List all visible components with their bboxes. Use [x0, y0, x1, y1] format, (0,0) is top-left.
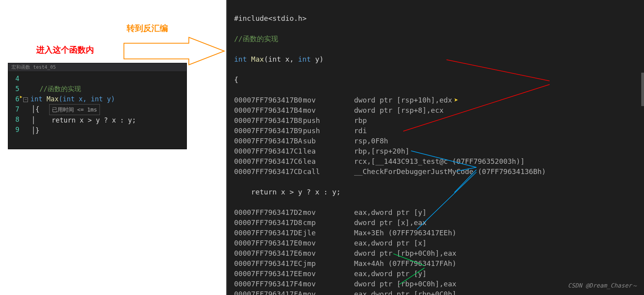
- arrow-to-disassembly: [122, 35, 228, 67]
- asm-addr: 00007FF7963417D2: [234, 207, 303, 218]
- asm-arg: Max+3Eh (07FF7963417EEh): [354, 228, 644, 238]
- asm-op: mov: [303, 248, 354, 258]
- asm-row[interactable]: 00007FF7963417C6learcx,[__1443C913_test@…: [234, 156, 644, 167]
- source-editor: 宏和函数 test4_05 ➤ 4 5 6 7 8 9 //函数的实现 −int…: [8, 63, 187, 149]
- asm-addr: 00007FF7963417E0: [234, 238, 303, 248]
- asm-addr: 00007FF7963417DE: [234, 228, 303, 238]
- line-number: 5: [15, 84, 19, 94]
- asm-addr: 00007FF7963417EC: [234, 258, 303, 269]
- asm-op: cmp: [303, 218, 354, 228]
- func-name: Max: [46, 95, 59, 103]
- asm-addr: 00007FF7963417EE: [234, 269, 303, 279]
- asm-row[interactable]: 00007FF7963417ECjmpMax+4Ah (07FF7963417F…: [234, 258, 644, 269]
- asm-row[interactable]: 00007FF7963417FAmoveax,dword ptr [rbp+0C…: [234, 289, 644, 295]
- include-line: #include<stdio.h>: [234, 14, 306, 22]
- asm-row[interactable]: 00007FF7963417E6movdword ptr [rbp+0C0h],…: [234, 248, 644, 258]
- asm-row[interactable]: 00007FF7963417EEmoveax,dword ptr [y]: [234, 269, 644, 279]
- asm-op: push: [303, 115, 354, 126]
- asm-op: mov: [303, 279, 354, 289]
- asm-arg: __CheckForDebuggerJustMyCode (07FF796341…: [354, 167, 644, 177]
- asm-arg: eax,dword ptr [x]: [354, 238, 644, 248]
- asm-op: lea: [303, 156, 354, 167]
- line-number: 4: [15, 73, 19, 84]
- asm-addr: 00007FF7963417C1: [234, 146, 303, 156]
- ret-pre: return: [234, 188, 281, 196]
- brace-close: }: [35, 126, 39, 134]
- asm-arg: dword ptr [x],eax: [354, 218, 644, 228]
- asm-addr: 00007FF7963417B0: [234, 95, 303, 105]
- line-gutter: 4 5 6 7 8 9: [8, 72, 23, 149]
- asm-addr: 00007FF7963417FA: [234, 289, 303, 295]
- func-sig: (int x, int y): [59, 95, 115, 103]
- asm-addr: 00007FF7963417B4: [234, 105, 303, 115]
- asm-row[interactable]: 00007FF7963417B4movdword ptr [rsp+8],ecx: [234, 105, 644, 115]
- asm-row[interactable]: 00007FF7963417B8pushrbp: [234, 115, 644, 126]
- asm-arg: dword ptr [rsp+8],ecx: [354, 105, 644, 115]
- kw: int: [234, 55, 251, 63]
- sig: x,: [285, 55, 298, 63]
- label-enter-function: 进入这个函数内: [36, 44, 94, 55]
- asm-op: lea: [303, 146, 354, 156]
- asm-addr: 00007FF7963417BA: [234, 136, 303, 146]
- comment-line: //函数的实现: [234, 35, 278, 43]
- comment: //函数的实现: [39, 85, 81, 93]
- asm-addr: 00007FF7963417CD: [234, 167, 303, 177]
- line-number: 9: [15, 125, 19, 135]
- disassembly-view[interactable]: #include<stdio.h> //函数的实现 int Max(int x,…: [227, 0, 644, 295]
- asm-op: mov: [303, 105, 354, 115]
- asm-arg: dword ptr [rsp+10h],edx: [354, 95, 644, 105]
- asm-addr: 00007FF7963417C6: [234, 156, 303, 167]
- asm-arg: rbp,[rsp+20h]: [354, 146, 644, 156]
- line-number: 7: [15, 104, 19, 114]
- asm-row[interactable]: 00007FF7963417B9pushrdi: [234, 126, 644, 136]
- asm-addr: 00007FF7963417F4: [234, 279, 303, 289]
- sig: int: [298, 55, 315, 63]
- asm-arg: eax,dword ptr [y]: [354, 207, 644, 218]
- line-number: 6: [15, 94, 19, 104]
- fn: Max: [251, 55, 264, 63]
- asm-op: jmp: [303, 258, 354, 269]
- asm-addr: 00007FF7963417D8: [234, 218, 303, 228]
- current-line-arrow-icon: ➤: [19, 94, 22, 100]
- asm-addr: 00007FF7963417B8: [234, 115, 303, 126]
- asm-arg: eax,dword ptr [y]: [354, 269, 644, 279]
- asm-op: mov: [303, 238, 354, 248]
- asm-op: push: [303, 126, 354, 136]
- keyword-int: int: [30, 95, 46, 103]
- asm-op: mov: [303, 95, 354, 105]
- asm-arg: rsp,0F8h: [354, 136, 644, 146]
- editor-tab[interactable]: 宏和函数 test4_05: [8, 63, 186, 72]
- asm-arg: Max+4Ah (07FF7963417FAh): [354, 258, 644, 269]
- asm-arg: dword ptr [rbp+0C0h],eax: [354, 248, 644, 258]
- asm-op: mov: [303, 289, 354, 295]
- asm-addr: 00007FF7963417B9: [234, 126, 303, 136]
- asm-op: sub: [303, 136, 354, 146]
- source-code[interactable]: //函数的实现 −int Max(int x, int y) │{ 已用时间 <…: [23, 72, 138, 149]
- asm-addr: 00007FF7963417E6: [234, 248, 303, 258]
- asm-arg: rcx,[__1443C913_test@c (07FF796352003h)]: [354, 156, 644, 167]
- asm-arg: rbp: [354, 115, 644, 126]
- watermark: CSDN @Dream_Chaser～: [568, 282, 638, 290]
- timing-badge: 已用时间 <= 1ms: [49, 104, 100, 115]
- asm-row[interactable]: ➤00007FF7963417B0movdword ptr [rsp+10h],…: [234, 95, 644, 105]
- asm-op: jle: [303, 228, 354, 238]
- ret-body: x > y ? x : y;: [281, 188, 341, 196]
- asm-row[interactable]: 00007FF7963417E0moveax,dword ptr [x]: [234, 238, 644, 248]
- fold-icon[interactable]: −: [23, 97, 28, 102]
- sig: (int: [264, 55, 285, 63]
- scrollbar-thumb[interactable]: [641, 73, 644, 106]
- label-goto-disassembly: 转到反汇编: [127, 23, 168, 34]
- asm-op: mov: [303, 207, 354, 218]
- brace: {: [234, 75, 238, 84]
- asm-row[interactable]: 00007FF7963417DEjleMax+3Eh (07FF7963417E…: [234, 228, 644, 238]
- asm-op: call: [303, 167, 354, 177]
- asm-row[interactable]: 00007FF7963417BAsubrsp,0F8h: [234, 136, 644, 146]
- asm-row[interactable]: 00007FF7963417D2moveax,dword ptr [y]: [234, 207, 644, 218]
- asm-row[interactable]: 00007FF7963417CDcall__CheckForDebuggerJu…: [234, 167, 644, 177]
- asm-row[interactable]: 00007FF7963417D8cmpdword ptr [x],eax: [234, 218, 644, 228]
- asm-arg: rdi: [354, 126, 644, 136]
- asm-row[interactable]: 00007FF7963417C1learbp,[rsp+20h]: [234, 146, 644, 156]
- line-number: 8: [15, 114, 19, 125]
- return-stmt: return x > y ? x : y;: [52, 116, 136, 124]
- asm-op: mov: [303, 269, 354, 279]
